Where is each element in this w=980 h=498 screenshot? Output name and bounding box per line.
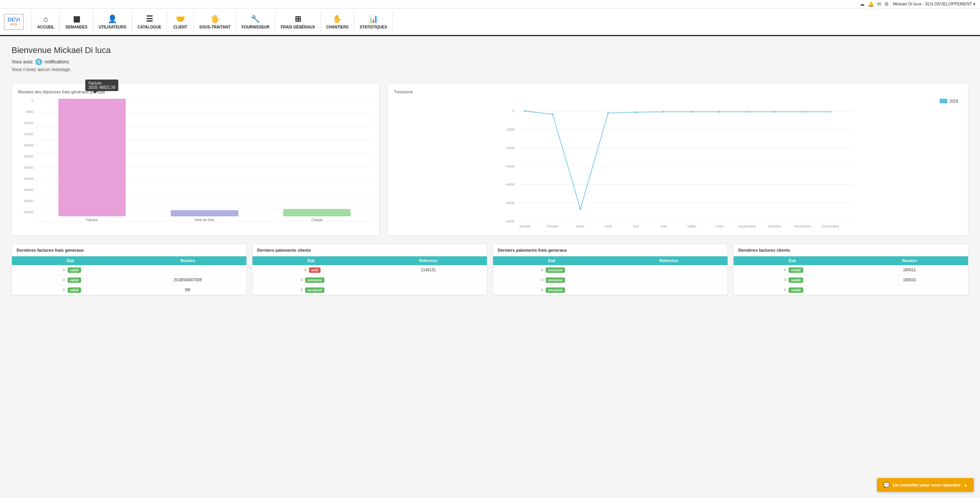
svg-point-28 <box>580 208 581 210</box>
nav-label-frais-generaux: FRAIS GÉNÉRAUX <box>281 25 315 29</box>
td-etat: ≡sold <box>252 265 370 275</box>
table-header-paiements-frais: Etat Reference <box>493 256 728 265</box>
table-row[interactable]: ≡encaissé <box>493 285 728 295</box>
svg-text:Novembre: Novembre <box>794 224 811 228</box>
table-row[interactable]: ≡encaissé <box>252 275 487 285</box>
nav-label-utilisateurs: UTILISATEURS <box>99 25 126 29</box>
bar-group-note: Note de frais <box>148 99 261 222</box>
nav-item-accueil[interactable]: ⌂ ACCUEIL <box>32 12 60 32</box>
chantiers-icon: ✋ <box>332 14 342 23</box>
status-badge: encaissé <box>546 277 565 283</box>
bar-chart-title: Montant des dépenses frais généraux par … <box>18 90 373 94</box>
table-card-factures-clients: Dernières factures clients Etat Numéro ≡… <box>733 244 968 295</box>
nav-item-frais-generaux[interactable]: ⊞ FRAIS GÉNÉRAUX <box>275 11 321 32</box>
notif-count[interactable]: 0 <box>35 58 42 65</box>
nav-item-statistiques[interactable]: 📊 STATISTIQUES <box>354 11 393 32</box>
th-etat-3: Etat <box>734 256 851 265</box>
nav-item-utilisateurs[interactable]: 👤 UTILISATEURS <box>93 11 132 32</box>
svg-text:0: 0 <box>513 109 515 113</box>
bell-icon[interactable]: 🔔 <box>868 1 874 7</box>
nav-item-chantiers[interactable]: ✋ CHANTIERS <box>321 11 354 32</box>
table-row[interactable]: ≡encaissé <box>493 265 728 275</box>
nav-item-catalogue[interactable]: ☰ CATALOGUE <box>132 11 167 32</box>
td-etat: ≡validi <box>12 275 129 285</box>
main-content: Bienvenue Mickael Di luca Vous avez 0 no… <box>0 36 980 305</box>
mail-icon[interactable]: ✉ <box>877 1 881 7</box>
tooltip-year: 2018 <box>88 85 97 90</box>
nav-item-demandes[interactable]: ▦ DEMANDES <box>60 11 93 32</box>
table-title-factures-frais: Dernières factures frais generaux <box>12 244 246 256</box>
navbar-brand[interactable]: DEVI B◻X <box>4 14 24 30</box>
status-badge: sold <box>309 267 321 273</box>
svg-point-37 <box>829 111 831 113</box>
bar-group-facture: Facture 2018: 48821.39 Facture <box>36 99 148 222</box>
nav-label-chantiers: CHANTIERS <box>326 25 349 29</box>
nav-item-fournisseur[interactable]: 🔧 FOURNISSEUR <box>236 11 276 32</box>
cloud-icon: ☁ <box>860 1 865 7</box>
line-chart-area: 2018 0 -1000 -2000 -3000 -4000 <box>394 99 962 229</box>
svg-text:-2000: -2000 <box>505 146 515 150</box>
table-row[interactable]: ≡validé 180010 <box>734 275 968 285</box>
row-icon: ≡ <box>298 277 305 282</box>
logo[interactable]: DEVI B◻X <box>4 14 24 30</box>
y-label-9: 5000 <box>18 110 33 114</box>
svg-text:Janvier: Janvier <box>519 224 531 228</box>
gear-icon[interactable]: ⚙ <box>884 1 889 7</box>
table-row[interactable]: ≡validi NR <box>12 285 246 295</box>
td-etat: ≡encaissé <box>252 285 370 295</box>
table-row[interactable]: ≡encaissé <box>252 285 487 295</box>
table-row[interactable]: ≡validé <box>734 285 968 295</box>
table-row[interactable]: ≡sold 1146131 <box>252 265 487 275</box>
td-numero: NR <box>129 286 246 294</box>
nav-item-sous-traitant[interactable]: 🖐 SOUS-TRAITANT <box>194 11 236 32</box>
row-icon: ≡ <box>781 277 789 282</box>
tooltip-value: 2018: 48821.39 <box>88 85 115 90</box>
td-numero: 2018FA0007008 <box>129 276 246 284</box>
table-row[interactable]: ≡validé 180011 <box>734 265 968 275</box>
nav-item-client[interactable]: 🤝 CLIENT <box>167 11 194 32</box>
svg-text:Septembre: Septembre <box>738 224 756 228</box>
y-label-2: 40000 <box>18 188 33 192</box>
svg-text:Mai: Mai <box>633 224 639 228</box>
svg-text:Décembre: Décembre <box>822 224 839 228</box>
table-title-factures-clients: Dernières factures clients <box>734 244 968 256</box>
row-icon: ≡ <box>302 267 309 272</box>
top-bar-user[interactable]: Mickael Di luca - SLN DEVELOPPEMENT ▾ <box>893 2 975 7</box>
notif-line: Vous avez 0 notifications <box>12 58 968 65</box>
charts-row: Montant des dépenses frais généraux par … <box>12 83 968 236</box>
welcome-title: Bienvenue Mickael Di luca <box>12 45 968 55</box>
table-row[interactable]: ≡validi 2018FA0007008 <box>12 275 246 285</box>
row-icon: ≡ <box>60 267 67 272</box>
table-row[interactable]: ≡validi <box>12 265 246 275</box>
svg-text:Février: Février <box>547 224 559 228</box>
th-etat-1: Etat <box>252 256 370 265</box>
bar-group-charge: Charge <box>261 99 373 222</box>
bar-facture <box>58 99 126 216</box>
td-etat: ≡encaissé <box>493 265 610 275</box>
notif-text-after: notifications <box>45 59 69 65</box>
bar-chart-card: Montant des dépenses frais généraux par … <box>12 83 380 236</box>
statistiques-icon: 📊 <box>369 14 378 23</box>
top-bar-icons: ☁ 🔔 ✉ ⚙ <box>860 1 889 7</box>
td-reference <box>610 278 728 282</box>
td-etat: ≡validé <box>734 285 851 295</box>
nav-label-fournisseur: FOURNISSEUR <box>242 25 270 29</box>
td-reference <box>610 288 728 292</box>
th-numero-0: Numéro <box>129 256 246 265</box>
td-etat: ≡validi <box>12 265 129 275</box>
td-reference <box>370 278 487 282</box>
status-badge: encaissé <box>546 267 565 273</box>
table-card-paiements-clients: Derniers paiements clients Etat Referenc… <box>252 244 487 295</box>
td-reference: 1146131 <box>370 266 487 274</box>
svg-point-34 <box>746 111 747 113</box>
table-title-paiements-frais: Derniers paiements frais generaux <box>493 244 728 256</box>
svg-point-27 <box>552 113 553 115</box>
row-icon: ≡ <box>298 287 305 292</box>
svg-point-31 <box>663 111 664 113</box>
svg-text:Mars: Mars <box>576 224 584 228</box>
nav-label-sous-traitant: SOUS-TRAITANT <box>199 25 231 29</box>
table-row[interactable]: ≡encaissé <box>493 275 728 285</box>
td-reference <box>370 288 487 292</box>
th-reference-2: Reference <box>610 256 728 265</box>
line-chart-legend: 2018 <box>940 99 958 103</box>
